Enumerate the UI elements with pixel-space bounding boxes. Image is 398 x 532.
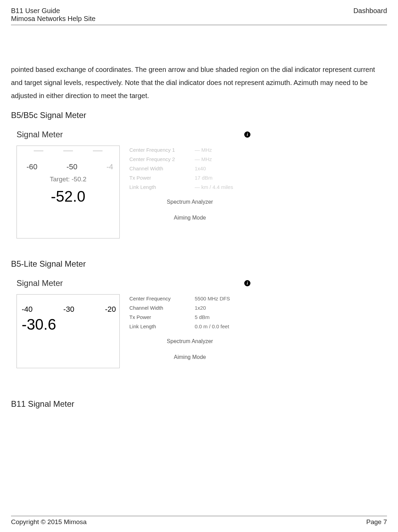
- dial-indicator: -40 -30 -20 -30.6: [17, 294, 120, 368]
- page-header: B11 User Guide Mimosa Networks Help Site…: [11, 7, 387, 25]
- signal-meter-panel-b5: Signal Meter i -60 -50 -4 Target: -50.2 …: [17, 130, 250, 238]
- dial-tick-label: -4: [106, 162, 113, 171]
- dial-indicator: -60 -50 -4 Target: -50.2 -52.0: [17, 146, 120, 238]
- stat-label: Link Length: [129, 184, 195, 190]
- section-heading-b5lite: B5-Lite Signal Meter: [11, 259, 387, 269]
- signal-meter-panel-b5lite: Signal Meter i -40 -30 -20 -30.6 Center …: [17, 278, 250, 368]
- stat-value: — km / 4.4 miles: [195, 184, 233, 190]
- stat-label: Channel Width: [129, 305, 195, 311]
- stat-label: Link Length: [129, 323, 195, 329]
- info-icon[interactable]: i: [244, 131, 250, 138]
- header-section-name: Dashboard: [353, 7, 387, 23]
- panel-title: Signal Meter: [17, 278, 63, 288]
- aiming-mode-link[interactable]: Aiming Mode: [129, 215, 250, 221]
- stat-row: Center Frequency 2— MHz: [129, 156, 250, 162]
- stat-label: Center Frequency: [129, 296, 195, 301]
- doc-title: B11 User Guide: [11, 7, 96, 15]
- panel-title: Signal Meter: [17, 130, 63, 139]
- stat-row: Channel Width1x40: [129, 166, 250, 171]
- dial-tick-label: -30: [63, 305, 74, 314]
- dial-tick-label: -20: [105, 305, 116, 314]
- stat-value: — MHz: [195, 147, 212, 153]
- stat-value: 17 dBm: [195, 175, 213, 181]
- dial-tick-label: -60: [26, 162, 37, 171]
- doc-subtitle: Mimosa Networks Help Site: [11, 15, 96, 23]
- copyright-text: Copyright © 2015 Mimosa: [11, 518, 87, 526]
- stat-label: Center Frequency 1: [129, 147, 195, 153]
- stat-value: 5 dBm: [195, 314, 209, 320]
- target-label: Target: -50.2: [17, 175, 119, 183]
- aiming-mode-link[interactable]: Aiming Mode: [129, 354, 250, 360]
- stat-value: 1x40: [195, 166, 206, 171]
- stat-label: Tx Power: [129, 314, 195, 320]
- section-heading-b11: B11 Signal Meter: [11, 399, 387, 409]
- page-number: Page 7: [366, 518, 387, 526]
- body-paragraph: pointed based exchange of coordinates. T…: [11, 63, 387, 102]
- dial-tick-label: -50: [66, 162, 77, 171]
- stat-row: Link Length0.0 m / 0.0 feet: [129, 323, 250, 329]
- stat-row: Tx Power17 dBm: [129, 175, 250, 181]
- spectrum-analyzer-link[interactable]: Spectrum Analyzer: [129, 199, 250, 205]
- stat-row: Tx Power5 dBm: [129, 314, 250, 320]
- stat-row: Link Length— km / 4.4 miles: [129, 184, 250, 190]
- stat-value: 1x20: [195, 305, 206, 311]
- page-footer: Copyright © 2015 Mimosa Page 7: [11, 516, 387, 526]
- section-heading-b5: B5/B5c Signal Meter: [11, 110, 387, 120]
- signal-value: -52.0: [17, 188, 119, 205]
- dial-tick-label: -40: [22, 305, 33, 314]
- stats-block: Center Frequency5500 MHz DFS Channel Wid…: [129, 294, 250, 368]
- stat-label: Center Frequency 2: [129, 156, 195, 162]
- stat-row: Center Frequency 1— MHz: [129, 147, 250, 153]
- stat-value: 5500 MHz DFS: [195, 296, 230, 301]
- stat-value: — MHz: [195, 156, 212, 162]
- stat-value: 0.0 m / 0.0 feet: [195, 323, 229, 329]
- stat-row: Center Frequency5500 MHz DFS: [129, 296, 250, 301]
- stat-label: Tx Power: [129, 175, 195, 181]
- stat-row: Channel Width1x20: [129, 305, 250, 311]
- spectrum-analyzer-link[interactable]: Spectrum Analyzer: [129, 338, 250, 344]
- signal-value: -30.6: [17, 316, 119, 333]
- stats-block: Center Frequency 1— MHz Center Frequency…: [129, 146, 250, 238]
- info-icon[interactable]: i: [244, 280, 250, 286]
- stat-label: Channel Width: [129, 166, 195, 171]
